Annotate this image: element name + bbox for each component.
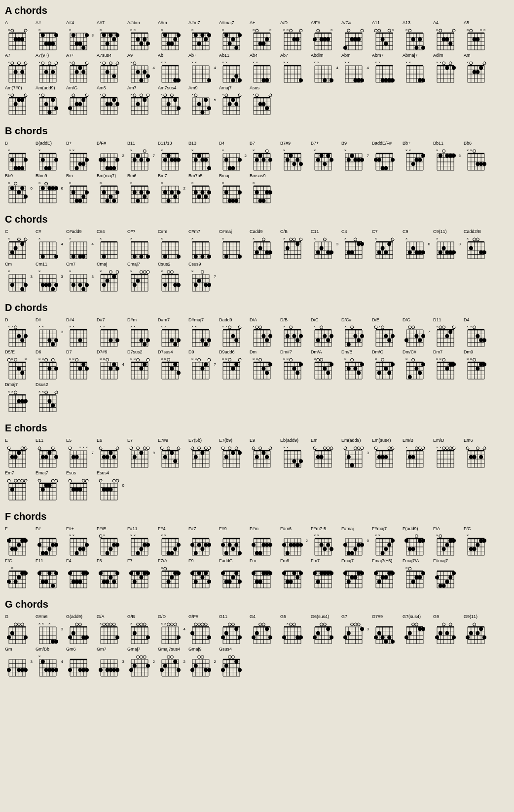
chord-diagram: ×× [127, 355, 150, 380]
svg-text:×: × [8, 236, 10, 241]
svg-point-2498 [207, 543, 211, 547]
svg-text:×: × [253, 236, 255, 241]
chord-name-label: Em7 [5, 470, 14, 476]
svg-text:×: × [314, 533, 316, 538]
svg-text:×: × [470, 324, 472, 329]
svg-text:×: × [38, 357, 41, 361]
chord-item: C#×4 [36, 229, 64, 260]
svg-point-1017 [115, 191, 119, 194]
chord-diagram [403, 620, 425, 645]
svg-text:×: × [222, 28, 224, 32]
svg-point-302 [44, 70, 48, 74]
svg-point-2444 [106, 551, 110, 555]
svg-point-101 [177, 33, 181, 37]
svg-point-100 [173, 38, 177, 41]
chord-item: G9 [433, 614, 462, 645]
chord-diagram: ×5 [188, 91, 211, 116]
svg-text:×: × [222, 236, 224, 241]
svg-point-1666 [360, 334, 364, 338]
svg-text:×: × [269, 28, 272, 32]
chord-item: D#××3 [36, 317, 64, 348]
chord-diagram [464, 620, 486, 645]
svg-point-1954 [387, 371, 391, 375]
svg-point-1098 [255, 191, 259, 194]
chord-item: A#m7× [188, 20, 217, 51]
svg-point-1084 [234, 199, 238, 203]
chord-diagram: × [250, 179, 272, 204]
svg-point-2361 [82, 479, 85, 482]
svg-text:×: × [161, 621, 163, 626]
svg-point-1266 [316, 250, 320, 254]
svg-text:×: × [100, 28, 102, 32]
chord-item: Dsus2×× [36, 382, 64, 413]
svg-point-1469 [201, 271, 204, 273]
chord-diagram: × [250, 91, 272, 116]
svg-point-1488 [24, 334, 28, 338]
chord-item: B/F#2 [97, 141, 125, 171]
svg-point-2615 [415, 535, 418, 538]
svg-point-779 [170, 158, 174, 162]
chord-name-label: A7 [5, 53, 10, 58]
svg-point-2142 [177, 447, 180, 450]
svg-point-99 [170, 41, 174, 45]
svg-point-3173 [469, 631, 473, 635]
svg-point-2360 [78, 487, 82, 491]
svg-point-2600 [391, 539, 395, 543]
svg-point-696 [20, 166, 24, 170]
chord-item: Bb9×6 [5, 173, 34, 204]
chord-name-label: F#/E [97, 526, 106, 532]
chord-item: A7× [5, 53, 34, 83]
svg-point-3159 [449, 623, 452, 626]
chord-name-label: A5 [464, 20, 469, 26]
svg-point-1387 [54, 283, 58, 287]
chord-diagram [341, 26, 364, 51]
svg-point-2785 [231, 576, 235, 580]
svg-point-646 [207, 107, 211, 111]
svg-text:×: × [256, 60, 258, 65]
svg-point-305 [55, 62, 58, 65]
svg-point-237 [421, 46, 425, 50]
svg-text:×: × [72, 324, 74, 329]
svg-text:×: × [467, 324, 469, 329]
svg-point-1713 [439, 326, 442, 329]
svg-point-2939 [54, 640, 58, 644]
chord-item: Em7 [5, 470, 34, 501]
chord-diagram: × [219, 26, 242, 51]
chord-item: Gmaj72 [127, 647, 156, 677]
svg-point-3253 [133, 664, 137, 668]
svg-point-2429 [81, 547, 85, 551]
svg-point-82 [139, 41, 143, 45]
chord-item: F [5, 526, 34, 557]
svg-point-1270 [330, 250, 333, 254]
chord-item: Ab×× [158, 53, 186, 83]
svg-point-1051 [177, 191, 181, 194]
svg-point-1486 [17, 334, 21, 338]
svg-point-2393 [14, 547, 18, 551]
chord-diagram: × [433, 323, 456, 348]
svg-point-337 [109, 62, 112, 65]
svg-point-303 [48, 62, 51, 65]
chord-name-label: A#dim [127, 20, 140, 26]
svg-point-1118 [20, 242, 24, 246]
svg-point-3257 [146, 664, 150, 668]
svg-point-1784 [81, 362, 85, 366]
chord-name-label: G/D [158, 614, 166, 619]
svg-point-2241 [354, 447, 357, 450]
svg-text:×: × [130, 28, 133, 32]
chord-diagram: × [127, 91, 150, 116]
chord-item: G7(sus4) [403, 614, 431, 645]
svg-point-2240 [350, 464, 354, 467]
svg-point-2023 [24, 399, 28, 403]
svg-point-2799 [252, 571, 256, 575]
svg-point-2733 [136, 571, 140, 575]
svg-point-845 [289, 154, 293, 157]
svg-point-2057 [24, 447, 27, 450]
svg-point-371 [177, 78, 181, 82]
chord-diagram: × [5, 564, 28, 589]
chord-item: A+×× [250, 20, 278, 51]
svg-text:×: × [405, 148, 408, 153]
chord-item: B7#9× [280, 141, 309, 171]
chord-diagram: ×4 [36, 235, 58, 260]
svg-point-1174 [133, 255, 137, 259]
svg-point-2277 [422, 447, 425, 450]
